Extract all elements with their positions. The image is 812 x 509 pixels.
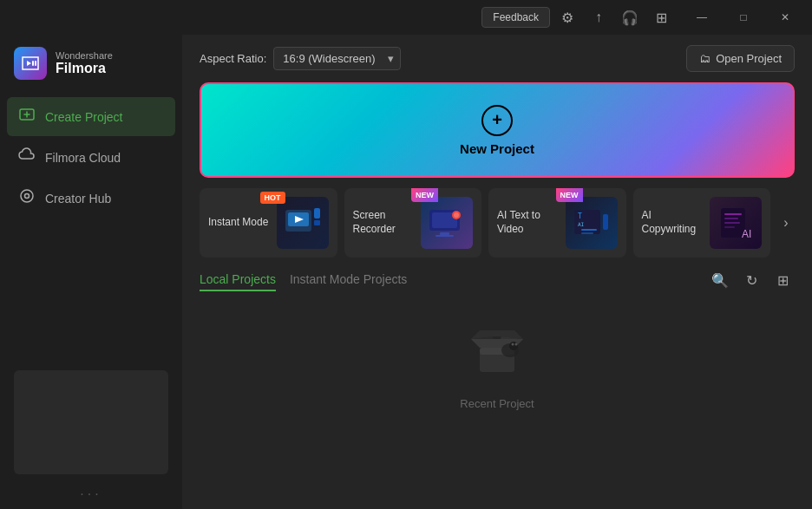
svg-point-32 bbox=[512, 343, 514, 345]
refresh-projects-button[interactable]: ↻ bbox=[739, 268, 763, 292]
new-project-label: New Project bbox=[460, 141, 534, 156]
svg-rect-20 bbox=[581, 232, 593, 234]
search-projects-button[interactable]: 🔍 bbox=[708, 268, 732, 292]
maximize-button[interactable]: □ bbox=[724, 3, 763, 31]
filmora-cloud-icon bbox=[17, 147, 36, 168]
feedback-button[interactable]: Feedback bbox=[481, 7, 550, 28]
svg-rect-23 bbox=[724, 213, 742, 215]
tab-local-projects[interactable]: Local Projects bbox=[200, 269, 276, 291]
screen-recorder-label: Screen Recorder bbox=[353, 209, 415, 236]
svg-rect-9 bbox=[314, 220, 320, 225]
aspect-select-wrapper: 16:9 (Widescreen) 9:16 (Portrait) 1:1 (S… bbox=[273, 47, 401, 70]
grid-icon[interactable]: ⊞ bbox=[647, 3, 675, 31]
ai-copywriting-thumbnail: AI bbox=[710, 197, 762, 249]
sidebar: Wondershare Filmora Create Project bbox=[0, 35, 182, 509]
open-project-button[interactable]: 🗂 Open Project bbox=[686, 45, 795, 72]
qa-card-ai-copywriting[interactable]: AI Copywriting AI bbox=[633, 188, 771, 258]
main-layout: Wondershare Filmora Create Project bbox=[0, 35, 812, 509]
new-project-plus-icon: + bbox=[481, 105, 513, 136]
logo-area: Wondershare Filmora bbox=[0, 35, 182, 97]
folder-icon: 🗂 bbox=[699, 52, 710, 65]
svg-rect-26 bbox=[724, 226, 735, 228]
aspect-ratio-selector: Aspect Ratio: 16:9 (Widescreen) 9:16 (Po… bbox=[200, 47, 401, 70]
svg-point-3 bbox=[21, 190, 33, 202]
nav-item-creator-hub[interactable]: Creator Hub bbox=[7, 179, 175, 218]
svg-text:AI: AI bbox=[742, 228, 751, 240]
svg-rect-8 bbox=[314, 208, 320, 219]
ai-text-video-thumbnail: T AI bbox=[566, 197, 618, 249]
svg-rect-1 bbox=[35, 61, 36, 66]
title-bar: Feedback ⚙ ↑ 🎧 ⊞ — □ ✕ bbox=[0, 0, 812, 35]
qa-card-instant-mode[interactable]: HOT Instant Mode bbox=[200, 188, 337, 258]
ai-copywriting-label: AI Copywriting bbox=[642, 209, 704, 236]
svg-text:T: T bbox=[578, 212, 582, 220]
svg-point-31 bbox=[509, 342, 518, 350]
nav-item-filmora-cloud[interactable]: Filmora Cloud bbox=[7, 138, 175, 177]
close-button[interactable]: ✕ bbox=[765, 3, 805, 31]
svg-rect-19 bbox=[581, 229, 597, 231]
app-logo-icon bbox=[14, 47, 47, 80]
projects-tabs: Local Projects Instant Mode Projects bbox=[200, 269, 421, 291]
instant-mode-label: Instant Mode bbox=[208, 216, 270, 230]
new-project-banner[interactable]: + New Project bbox=[200, 82, 795, 178]
logo-text: Wondershare Filmora bbox=[56, 50, 113, 76]
aspect-ratio-dropdown[interactable]: 16:9 (Widescreen) 9:16 (Portrait) 1:1 (S… bbox=[273, 47, 401, 70]
screen-recorder-badge: NEW bbox=[411, 188, 438, 202]
ai-text-badge: NEW bbox=[556, 188, 583, 202]
grid-view-button[interactable]: ⊞ bbox=[770, 268, 795, 292]
sidebar-thumbnail bbox=[14, 370, 168, 474]
svg-rect-24 bbox=[724, 218, 738, 219]
projects-section: Local Projects Instant Mode Projects 🔍 ↻… bbox=[182, 268, 812, 509]
creator-hub-icon bbox=[17, 187, 36, 209]
upload-icon[interactable]: ↑ bbox=[585, 3, 612, 31]
filmora-cloud-label: Filmora Cloud bbox=[45, 151, 121, 165]
window-controls: — □ ✕ bbox=[682, 3, 805, 31]
empty-state-label: Recent Project bbox=[460, 397, 534, 410]
projects-header: Local Projects Instant Mode Projects 🔍 ↻… bbox=[200, 268, 795, 292]
headset-icon[interactable]: 🎧 bbox=[616, 3, 644, 31]
content-area: Aspect Ratio: 16:9 (Widescreen) 9:16 (Po… bbox=[182, 35, 812, 509]
empty-state: Recent Project bbox=[200, 303, 795, 424]
top-bar: Aspect Ratio: 16:9 (Widescreen) 9:16 (Po… bbox=[182, 35, 812, 82]
more-cards-arrow[interactable]: › bbox=[777, 188, 795, 258]
svg-rect-25 bbox=[724, 222, 740, 224]
project-actions: 🔍 ↻ ⊞ bbox=[708, 268, 795, 292]
svg-point-4 bbox=[25, 194, 29, 199]
screen-recorder-thumbnail bbox=[421, 197, 473, 249]
aspect-ratio-label: Aspect Ratio: bbox=[200, 52, 266, 65]
settings-icon[interactable]: ⚙ bbox=[553, 3, 581, 31]
svg-rect-0 bbox=[32, 61, 34, 66]
nav-item-create-project[interactable]: Create Project bbox=[7, 97, 175, 136]
svg-point-33 bbox=[515, 343, 518, 345]
logo-product: Filmora bbox=[56, 61, 113, 76]
minimize-button[interactable]: — bbox=[682, 3, 722, 31]
nav-items: Create Project Filmora Cloud Creator bbox=[0, 97, 182, 218]
quick-access-row: HOT Instant Mode NEW Screen Recorder bbox=[182, 178, 812, 268]
instant-mode-badge: HOT bbox=[260, 192, 285, 204]
ai-text-video-label: AI Text to Video bbox=[497, 209, 559, 236]
create-project-icon bbox=[17, 106, 36, 127]
creator-hub-label: Creator Hub bbox=[45, 192, 111, 206]
qa-card-screen-recorder[interactable]: NEW Screen Recorder bbox=[344, 188, 482, 258]
svg-rect-21 bbox=[603, 214, 608, 230]
instant-mode-thumbnail bbox=[277, 197, 329, 249]
sidebar-bottom: ... bbox=[0, 360, 182, 509]
svg-rect-15 bbox=[435, 235, 454, 237]
tab-instant-mode-projects[interactable]: Instant Mode Projects bbox=[290, 269, 407, 291]
create-project-label: Create Project bbox=[45, 110, 122, 124]
empty-box-icon bbox=[467, 317, 527, 390]
sidebar-dots[interactable]: ... bbox=[14, 483, 168, 499]
open-project-label: Open Project bbox=[716, 52, 782, 65]
svg-point-13 bbox=[454, 212, 459, 218]
logo-brand: Wondershare bbox=[56, 50, 113, 61]
svg-rect-14 bbox=[440, 232, 449, 235]
qa-card-ai-text-video[interactable]: NEW AI Text to Video T AI bbox=[488, 188, 626, 258]
svg-text:AI: AI bbox=[578, 221, 585, 227]
